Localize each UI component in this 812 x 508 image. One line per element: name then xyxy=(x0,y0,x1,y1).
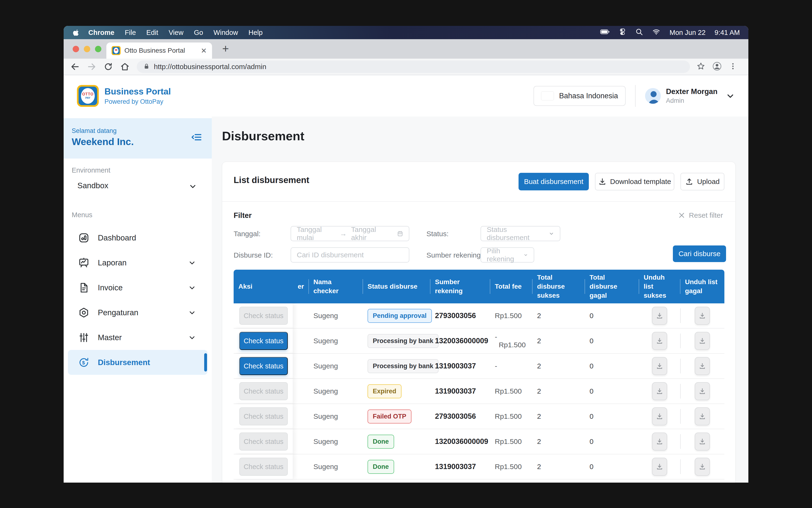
back-icon[interactable] xyxy=(70,62,80,72)
check-status-button[interactable]: Check status xyxy=(239,407,288,425)
check-status-button[interactable]: Check status xyxy=(239,382,288,400)
disbursement-table: Aksi er Nama checker Status disburse Sum… xyxy=(233,270,724,482)
menubar-item-chrome[interactable]: Chrome xyxy=(88,29,115,37)
sidebar-item-label: Master xyxy=(98,333,122,342)
otto-favicon xyxy=(112,46,121,55)
menubar-item-file[interactable]: File xyxy=(125,29,136,37)
control-center-icon[interactable] xyxy=(619,28,626,37)
sumber-rekening-value: 1319003037 xyxy=(430,362,490,370)
download-icon xyxy=(656,387,664,395)
upload-icon xyxy=(685,177,693,186)
download-icon xyxy=(698,337,706,345)
download-sukses-button[interactable] xyxy=(652,458,667,476)
browser-tab[interactable]: Otto Business Portal ✕ xyxy=(106,42,212,59)
sidebar-item-pengaturan[interactable]: Pengaturan xyxy=(63,300,212,325)
download-sukses-button[interactable] xyxy=(652,357,667,375)
environment-chevron-icon[interactable] xyxy=(188,182,197,192)
rekening-select[interactable]: Pilih rekening xyxy=(480,247,534,262)
total-fee-value: Rp1.500 xyxy=(490,437,532,446)
total-fee-value: - xyxy=(490,362,532,370)
sidebar-item-master[interactable]: Master xyxy=(63,325,212,350)
zoom-window-button[interactable] xyxy=(95,46,101,52)
sidebar-item-disbursement[interactable]: $ Disbursement xyxy=(63,350,212,375)
column-aksi: Aksi xyxy=(233,282,293,291)
download-gagal-button[interactable] xyxy=(695,432,710,451)
menubar-item-window[interactable]: Window xyxy=(213,29,238,37)
search-disburse-button[interactable]: Cari disburse xyxy=(673,246,726,262)
download-sukses-button[interactable] xyxy=(652,307,667,325)
download-gagal-button[interactable] xyxy=(695,407,710,425)
upload-button[interactable]: Upload xyxy=(680,173,724,190)
download-sukses-button[interactable] xyxy=(652,382,667,400)
total-fee-value: Rp1.500 xyxy=(490,312,532,320)
user-avatar[interactable] xyxy=(645,88,661,104)
chevron-down-icon xyxy=(188,259,196,267)
status-badge: Expired xyxy=(368,384,401,398)
browser-menu-icon[interactable] xyxy=(729,62,737,71)
disburse-id-label: Disburse ID: xyxy=(233,251,273,259)
address-bar[interactable]: http://ottobusinessportal.com/admin xyxy=(137,60,690,73)
total-gagal-value: 0 xyxy=(585,412,639,420)
spotlight-search-icon[interactable] xyxy=(635,28,643,37)
download-gagal-button[interactable] xyxy=(695,332,710,350)
user-menu-chevron-icon[interactable] xyxy=(726,91,735,101)
sidebar-active-item[interactable]: $ Disbursement xyxy=(68,350,208,375)
check-status-button[interactable]: Check status xyxy=(239,357,288,375)
download-gagal-button[interactable] xyxy=(695,307,710,325)
header-divider xyxy=(635,85,636,107)
total-gagal-value: 0 xyxy=(585,362,639,370)
create-disbursement-button[interactable]: Buat disbursement xyxy=(518,173,589,190)
menubar-item-go[interactable]: Go xyxy=(194,29,203,37)
menubar-item-edit[interactable]: Edit xyxy=(146,29,158,37)
sumber-rekening-value: 1319003037 xyxy=(430,387,490,395)
download-template-button[interactable]: Download template xyxy=(595,173,674,190)
status-select[interactable]: Status disbursement xyxy=(480,226,560,241)
language-selector-button[interactable]: Bahasa Indonesia xyxy=(533,86,626,106)
download-gagal-button[interactable] xyxy=(695,382,710,400)
profile-icon[interactable] xyxy=(712,61,722,72)
home-icon[interactable] xyxy=(120,62,130,72)
total-sukses-value: 2 xyxy=(532,412,585,420)
forward-icon[interactable] xyxy=(87,62,96,72)
close-window-button[interactable] xyxy=(73,46,79,52)
bookmark-star-icon[interactable] xyxy=(697,62,705,72)
sidebar-item-dashboard[interactable]: Dashboard xyxy=(63,225,212,250)
download-sukses-button[interactable] xyxy=(652,407,667,425)
checker-name: Sugeng xyxy=(309,463,363,471)
sidebar-collapse-icon[interactable] xyxy=(191,131,202,144)
menubar-item-view[interactable]: View xyxy=(169,29,183,37)
dashboard-icon xyxy=(78,232,89,243)
check-status-button[interactable]: Check status xyxy=(239,458,288,476)
sumber-rekening-value: 2793003056 xyxy=(430,311,490,320)
status-badge: Done xyxy=(368,435,394,449)
total-fee-value: Rp1.500 xyxy=(490,463,532,471)
wifi-icon[interactable] xyxy=(652,28,660,37)
download-icon xyxy=(656,337,664,345)
svg-text:$: $ xyxy=(82,359,85,365)
disburse-id-field[interactable] xyxy=(291,247,409,262)
battery-icon[interactable] xyxy=(600,28,610,37)
download-gagal-button[interactable] xyxy=(695,357,710,375)
reload-icon[interactable] xyxy=(103,62,113,72)
environment-select[interactable]: Sandbox xyxy=(77,181,108,190)
menubar-item-help[interactable]: Help xyxy=(248,29,263,37)
minimize-window-button[interactable] xyxy=(84,46,90,52)
apple-icon[interactable] xyxy=(73,29,80,36)
sidebar-item-laporan[interactable]: Laporan xyxy=(63,250,212,275)
download-gagal-button[interactable] xyxy=(695,458,710,476)
new-tab-button[interactable]: + xyxy=(222,42,229,55)
sidebar: Selamat datang Weekend Inc. Environment … xyxy=(63,117,212,482)
check-status-button[interactable]: Check status xyxy=(239,332,288,350)
table-row: Check status Sugeng Failed OTP 279300305… xyxy=(233,404,724,429)
date-range-input[interactable]: Tanggal mulai → Tanggal akhir xyxy=(291,226,409,241)
disburse-id-input[interactable] xyxy=(297,251,403,259)
browser-window: Chrome File Edit View Go Window Help Mon… xyxy=(63,26,749,482)
tab-close-icon[interactable]: ✕ xyxy=(201,46,207,55)
download-sukses-button[interactable] xyxy=(652,432,667,451)
lock-icon[interactable] xyxy=(143,63,150,71)
check-status-button[interactable]: Check status xyxy=(239,307,288,325)
sidebar-item-invoice[interactable]: Invoice xyxy=(63,275,212,300)
reset-filter-button[interactable]: Reset filter xyxy=(678,211,723,219)
check-status-button[interactable]: Check status xyxy=(239,432,288,451)
download-sukses-button[interactable] xyxy=(652,332,667,350)
